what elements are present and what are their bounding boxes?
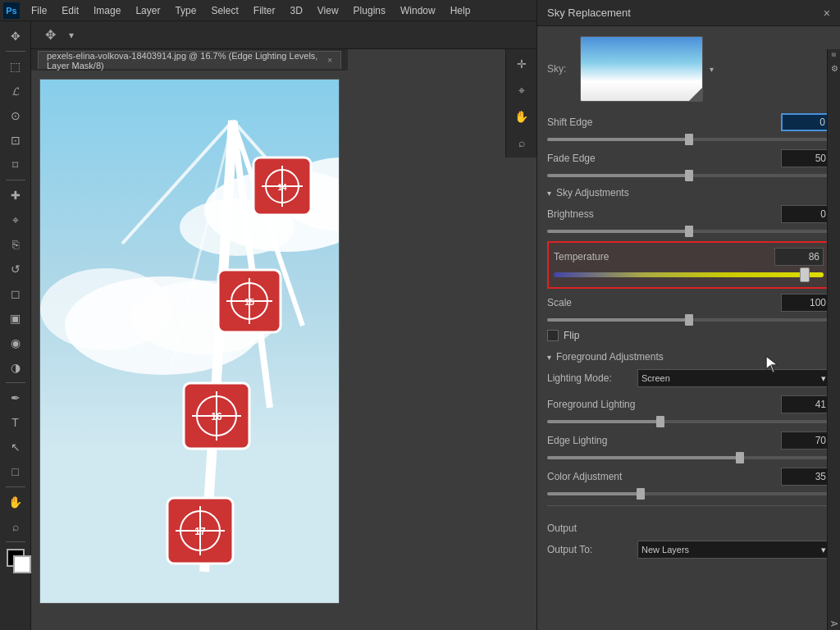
- fade-edge-slider-fill: [547, 174, 689, 177]
- panel-close-button[interactable]: ×: [824, 7, 830, 20]
- color-adjustment-slider-track[interactable]: [547, 492, 830, 495]
- eyedropper-tool[interactable]: ⌑: [3, 153, 28, 176]
- svg-text:14: 14: [277, 183, 287, 192]
- far-right-icon-2[interactable]: ⚙: [829, 64, 838, 73]
- menu-edit[interactable]: Edit: [55, 3, 85, 18]
- hand-side-icon[interactable]: ✋: [509, 105, 534, 128]
- menu-select[interactable]: Select: [204, 3, 244, 18]
- brightness-slider-row: [547, 230, 830, 233]
- fade-edge-slider-track[interactable]: [547, 174, 830, 177]
- lasso-tool[interactable]: 𝓛: [3, 80, 28, 103]
- foreground-color[interactable]: [7, 549, 25, 567]
- far-right-icon-1[interactable]: ≡: [829, 52, 838, 57]
- zoom-side-icon[interactable]: ⌕: [509, 131, 534, 154]
- ferris-wheel-svg: 14 15 16: [40, 80, 340, 604]
- brightness-slider-thumb[interactable]: [685, 226, 693, 237]
- far-right-icons: ≡ ⚙ A: [827, 49, 840, 630]
- foreground-lighting-input[interactable]: [781, 395, 830, 413]
- temperature-slider-thumb[interactable]: [800, 267, 810, 282]
- menu-type[interactable]: Type: [168, 3, 203, 18]
- menu-file[interactable]: File: [25, 3, 53, 18]
- scale-slider-thumb[interactable]: [685, 314, 693, 326]
- menu-help[interactable]: Help: [444, 3, 477, 18]
- temperature-slider-track[interactable]: [554, 272, 824, 277]
- brush-tool[interactable]: ⌖: [3, 208, 28, 231]
- foreground-lighting-slider-track[interactable]: [547, 420, 830, 423]
- menu-layer[interactable]: Layer: [129, 3, 167, 18]
- color-adjustment-row: Color Adjustment: [547, 468, 830, 486]
- marquee-tool[interactable]: ⬚: [3, 55, 28, 78]
- sky-preview-thumbnail[interactable]: [580, 36, 703, 102]
- file-tab[interactable]: pexels-elina-volkova-18403914.jpg @ 16.7…: [38, 51, 341, 69]
- ps-logo: Ps: [3, 2, 20, 19]
- far-right-icon-3[interactable]: A: [829, 621, 838, 627]
- menu-view[interactable]: View: [311, 3, 345, 18]
- hand-tool[interactable]: ✋: [3, 491, 28, 514]
- flip-checkbox[interactable]: [547, 330, 559, 341]
- edge-lighting-input[interactable]: [781, 431, 830, 450]
- menu-window[interactable]: Window: [394, 3, 442, 18]
- scale-row: Scale: [547, 294, 830, 312]
- heal-tool[interactable]: ✚: [3, 184, 28, 207]
- options-move-icon: ✥: [38, 24, 62, 47]
- output-to-dropdown[interactable]: New Layers ▾: [637, 541, 830, 559]
- history-brush[interactable]: ↺: [3, 258, 28, 281]
- background-color[interactable]: [13, 555, 31, 573]
- brightness-slider-fill: [547, 230, 689, 233]
- scale-input[interactable]: [781, 294, 830, 312]
- menu-3d[interactable]: 3D: [283, 3, 308, 18]
- color-adjustment-input[interactable]: [781, 468, 830, 486]
- tool-separator: [6, 51, 25, 52]
- lighting-mode-label: Lighting Mode:: [547, 372, 637, 384]
- fade-edge-slider-thumb[interactable]: [685, 170, 693, 181]
- text-tool[interactable]: T: [3, 411, 28, 434]
- path-select-tool[interactable]: ↖: [3, 436, 28, 459]
- edge-lighting-label: Edge Lighting: [547, 435, 781, 446]
- clone-tool[interactable]: ⎘: [3, 233, 28, 256]
- menu-image[interactable]: Image: [87, 3, 127, 18]
- brush-side-icon[interactable]: ⌖: [509, 79, 534, 102]
- fade-edge-input[interactable]: [781, 149, 830, 167]
- shift-edge-slider-track[interactable]: [547, 138, 830, 141]
- brightness-slider-track[interactable]: [547, 230, 830, 233]
- menu-plugins[interactable]: Plugins: [347, 3, 392, 18]
- sky-adjustments-header[interactable]: ▾ Sky Adjustments: [547, 187, 830, 199]
- svg-text:15: 15: [244, 297, 254, 307]
- color-adjustment-slider-thumb[interactable]: [637, 488, 645, 500]
- foreground-adjustments-header[interactable]: ▾ Foreground Adjustments: [547, 351, 830, 363]
- sky-dropdown-arrow[interactable]: ▾: [710, 65, 714, 74]
- foreground-lighting-slider-thumb[interactable]: [656, 416, 664, 427]
- svg-text:16: 16: [211, 411, 222, 422]
- temperature-input[interactable]: [774, 248, 824, 266]
- move-tool[interactable]: ✥: [3, 25, 28, 48]
- fade-edge-slider-row: [547, 174, 830, 177]
- panel-header: Sky Replacement ×: [537, 0, 840, 26]
- add-icon[interactable]: ✛: [509, 52, 534, 75]
- options-arrow[interactable]: ▾: [69, 30, 74, 41]
- shift-edge-input[interactable]: [781, 113, 830, 131]
- blur-tool[interactable]: ◉: [3, 331, 28, 354]
- menu-filter[interactable]: Filter: [247, 3, 282, 18]
- brightness-row: Brightness: [547, 205, 830, 223]
- zoom-tool[interactable]: ⌕: [3, 515, 28, 538]
- shift-edge-slider-fill: [547, 138, 689, 141]
- gradient-tool[interactable]: ▣: [3, 307, 28, 330]
- pen-tool[interactable]: ✒: [3, 386, 28, 409]
- shift-edge-row: Shift Edge: [547, 113, 830, 131]
- lighting-mode-dropdown[interactable]: Screen ▾: [637, 369, 830, 387]
- side-icons: ✛ ⌖ ✋ ⌕: [505, 49, 536, 158]
- file-tab-close[interactable]: ×: [327, 56, 332, 65]
- lighting-mode-row: Lighting Mode: Screen ▾: [547, 369, 830, 387]
- shift-edge-slider-thumb[interactable]: [685, 134, 693, 145]
- output-label: Output: [547, 523, 577, 534]
- quick-select-tool[interactable]: ⊙: [3, 104, 28, 127]
- sky-selector[interactable]: ▾: [580, 36, 714, 102]
- edge-lighting-slider-thumb[interactable]: [736, 452, 744, 463]
- dodge-tool[interactable]: ◑: [3, 356, 28, 379]
- edge-lighting-slider-track[interactable]: [547, 456, 830, 459]
- brightness-input[interactable]: [781, 205, 830, 223]
- crop-tool[interactable]: ⊡: [3, 129, 28, 152]
- shape-tool[interactable]: □: [3, 460, 28, 483]
- scale-slider-track[interactable]: [547, 318, 830, 322]
- eraser-tool[interactable]: ◻: [3, 282, 28, 305]
